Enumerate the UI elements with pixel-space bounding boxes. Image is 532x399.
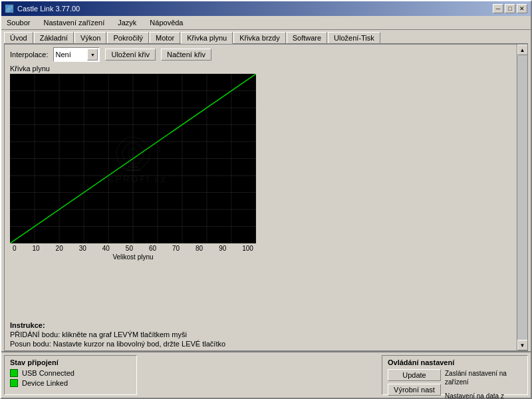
menu-nastaveni[interactable]: Nastavení zařízení (41, 17, 107, 28)
status-center (142, 355, 376, 395)
x-label-100: 100 (242, 245, 253, 252)
controls-row: Interpolace: Není ▼ Uložení křiv Načtení… (5, 45, 527, 65)
tab-pokrocily[interactable]: Pokročilý (107, 32, 149, 44)
nacteni-button[interactable]: Načtení křiv (161, 49, 211, 61)
control-buttons: Update Výrobní nast (388, 369, 441, 399)
device-led (10, 379, 18, 387)
device-status-item: Device Linked (10, 379, 131, 387)
menu-bar: Soubor Nastavení zařízení Jazyk Nápověda (1, 16, 531, 30)
x-label-10: 10 (33, 245, 40, 252)
chart-container: RCPROFI.cz (10, 74, 522, 243)
tabs-row: Úvod Základní Výkon Pokročilý Motor Křiv… (1, 30, 531, 43)
x-label-90: 90 (219, 245, 226, 252)
tab-software[interactable]: Software (287, 32, 327, 44)
minimize-button[interactable]: ─ (493, 4, 503, 13)
control-title: Ovládání nastavení (388, 358, 518, 366)
x-label-0: 0 (13, 245, 17, 252)
x-label-30: 30 (79, 245, 86, 252)
x-axis-title: Velikost plynu (10, 253, 256, 261)
chart-svg (10, 74, 256, 243)
menu-jazyk[interactable]: Jazyk (115, 17, 139, 28)
status-bar: Stav připojení USB Connected Device Link… (1, 351, 531, 398)
x-label-50: 50 (126, 245, 133, 252)
title-bar: 🔗 Castle Link 3.77.00 ─ □ ✕ (1, 1, 531, 16)
tab-uvod[interactable]: Úvod (4, 32, 33, 44)
control-labels: Zaslání nastavení na zařízení Nastavení … (445, 369, 518, 399)
connection-status-panel: Stav připojení USB Connected Device Link… (4, 355, 137, 395)
close-button[interactable]: ✕ (517, 4, 527, 13)
zaslani-label: Zaslání nastavení na zařízení (445, 369, 518, 386)
update-button[interactable]: Update (388, 369, 441, 381)
instruction-line1: PŘIDÁNÍ bodu: klikněte na graf LEVÝM tla… (10, 331, 522, 338)
tab-zakladni[interactable]: Základní (34, 32, 74, 44)
menu-napoveda[interactable]: Nápověda (147, 17, 186, 28)
tab-ulozeni-tisk[interactable]: Uložení-Tisk (328, 32, 380, 44)
scroll-down-button[interactable]: ▼ (517, 340, 528, 350)
window-title: Castle Link 3.77.00 (17, 5, 80, 13)
instruction-line2: Posun bodu: Nastavte kurzor na libovolný… (10, 340, 522, 348)
maximize-button[interactable]: □ (505, 4, 515, 13)
x-label-40: 40 (102, 245, 110, 252)
interpolace-select[interactable]: Není ▼ (53, 47, 100, 62)
title-bar-left: 🔗 Castle Link 3.77.00 (5, 4, 80, 13)
select-arrow-icon: ▼ (87, 49, 98, 61)
menu-soubor[interactable]: Soubor (4, 17, 33, 28)
usb-label: USB Connected (22, 369, 74, 377)
usb-led (10, 369, 18, 377)
chart-canvas[interactable]: RCPROFI.cz (10, 74, 256, 243)
scroll-track[interactable] (517, 55, 528, 340)
x-label-60: 60 (149, 245, 156, 252)
chart-section: Křivka plynu RCPRO (5, 65, 527, 319)
x-axis-labels: 0 10 20 30 40 50 60 70 80 90 100 (10, 243, 256, 253)
instructions-title: Instrukce: (10, 321, 522, 329)
chart-title: Křivka plynu (10, 65, 522, 72)
usb-status-item: USB Connected (10, 369, 131, 377)
x-label-80: 80 (196, 245, 203, 252)
tab-krivka-plynu[interactable]: Křivka plynu (181, 32, 233, 44)
interpolace-label: Interpolace: (10, 51, 48, 59)
vyrobni-button[interactable]: Výrobní nast (388, 384, 441, 396)
tab-krivka-brzdy[interactable]: Křivka brzdy (233, 32, 286, 44)
content-area: ▲ ▼ Interpolace: Není ▼ Uložení křiv Nač… (4, 43, 528, 351)
tab-vykon[interactable]: Výkon (74, 32, 107, 44)
tab-motor[interactable]: Motor (150, 32, 180, 44)
main-window: 🔗 Castle Link 3.77.00 ─ □ ✕ Soubor Nasta… (0, 0, 532, 399)
scroll-up-button[interactable]: ▲ (517, 45, 528, 55)
device-label: Device Linked (22, 379, 68, 387)
instructions: Instrukce: PŘIDÁNÍ bodu: klikněte na gra… (5, 319, 527, 350)
ulozeni-button[interactable]: Uložení křiv (105, 49, 155, 61)
interpolace-value: Není (55, 51, 87, 59)
control-buttons-labels: Update Výrobní nast Zaslání nastavení na… (388, 369, 518, 399)
control-settings-panel: Ovládání nastavení Update Výrobní nast Z… (382, 355, 528, 395)
title-bar-buttons: ─ □ ✕ (493, 4, 527, 13)
scrollbar[interactable]: ▲ ▼ (517, 45, 527, 350)
x-label-70: 70 (172, 245, 180, 252)
app-icon: 🔗 (5, 4, 14, 13)
x-label-20: 20 (56, 245, 63, 252)
nastaveni-label: Nastavení na data z výroby (445, 392, 518, 399)
connection-title: Stav připojení (10, 358, 131, 366)
control-right-inner: Ovládání nastavení Update Výrobní nast Z… (388, 358, 518, 392)
